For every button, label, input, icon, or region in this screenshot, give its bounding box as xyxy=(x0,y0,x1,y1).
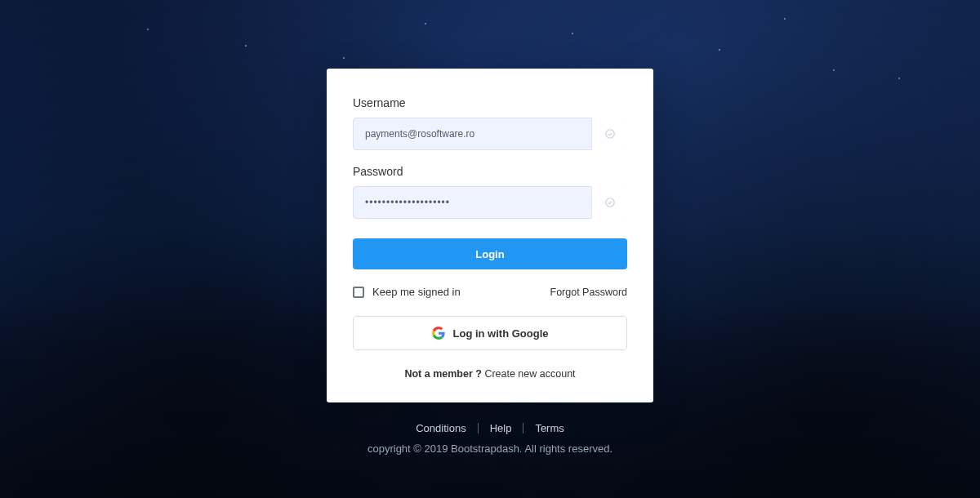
forgot-password-link[interactable]: Forgot Password xyxy=(550,287,627,298)
login-page: Username Password Login Keep me signed i… xyxy=(0,0,980,498)
google-login-button[interactable]: Log in with Google xyxy=(353,316,627,350)
signup-row: Not a member ? Create new account xyxy=(353,368,627,380)
password-label: Password xyxy=(353,165,627,178)
password-field-wrap xyxy=(353,186,627,219)
password-input[interactable] xyxy=(353,186,627,219)
separator-icon xyxy=(478,423,479,434)
options-row: Keep me signed in Forgot Password xyxy=(353,286,627,298)
google-logo-icon xyxy=(432,327,445,340)
checkbox-box-icon xyxy=(353,287,364,298)
footer-links: Conditions Help Terms xyxy=(368,422,612,434)
keep-signed-in-checkbox[interactable]: Keep me signed in xyxy=(353,286,461,298)
footer-link-conditions[interactable]: Conditions xyxy=(404,422,477,434)
google-login-label: Log in with Google xyxy=(453,327,549,340)
separator-icon xyxy=(523,423,523,434)
login-card: Username Password Login Keep me signed i… xyxy=(327,69,653,402)
signup-prompt: Not a member ? xyxy=(404,368,481,380)
footer-link-help[interactable]: Help xyxy=(479,422,523,434)
copyright-text: copyright © 2019 Bootstrapdash. All righ… xyxy=(368,442,612,455)
footer-link-terms[interactable]: Terms xyxy=(523,422,575,434)
keep-signed-in-label: Keep me signed in xyxy=(372,286,461,298)
username-input[interactable] xyxy=(353,118,627,150)
username-label: Username xyxy=(353,96,627,109)
login-button[interactable]: Login xyxy=(353,238,627,269)
username-field-wrap xyxy=(353,118,627,150)
create-account-link[interactable]: Create new account xyxy=(484,368,575,380)
footer: Conditions Help Terms copyright © 2019 B… xyxy=(368,422,612,455)
